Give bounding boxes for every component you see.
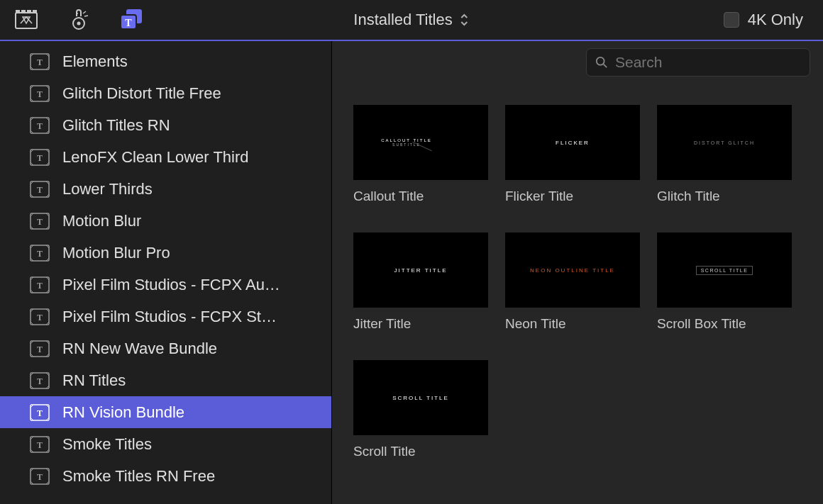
- category-dropdown[interactable]: Installed Titles: [353, 11, 469, 29]
- title-category-icon: T: [30, 245, 50, 262]
- sidebar-item[interactable]: T Glitch Distort Title Free: [0, 77, 331, 109]
- sidebar-item-label: Glitch Titles RN: [62, 116, 170, 135]
- title-thumbnail: JITTER TITLE: [353, 233, 488, 308]
- title-tile[interactable]: CALLOUT TITLE SUBTITLE Callout Title: [353, 105, 488, 204]
- title-thumbnail: NEON OUTLINE TITLE: [505, 233, 640, 308]
- sidebar-item-label: RN Vision Bundle: [62, 403, 184, 422]
- svg-text:T: T: [37, 217, 43, 227]
- search-wrap: [332, 41, 823, 77]
- category-dropdown-label: Installed Titles: [353, 11, 452, 29]
- title-label: Scroll Title: [353, 444, 488, 459]
- title-category-icon: T: [30, 117, 50, 134]
- svg-point-8: [77, 13, 78, 14]
- search-input[interactable]: [615, 54, 801, 71]
- title-thumbnail: FLICKER: [505, 105, 640, 180]
- svg-text:T: T: [37, 249, 43, 259]
- title-category-icon: T: [30, 436, 50, 453]
- titles-browser-tab-icon[interactable]: T: [119, 9, 143, 30]
- sidebar-item-label: RN New Wave Bundle: [62, 340, 217, 358]
- 4k-only-checkbox[interactable]: [724, 12, 739, 28]
- svg-text:T: T: [37, 313, 43, 323]
- title-category-icon: T: [30, 308, 50, 325]
- sidebar-item-label: Motion Blur Pro: [62, 244, 170, 262]
- sidebar: T Elements T Glitch Distort Title Free T…: [0, 41, 332, 504]
- sidebar-item-label: RN Titles: [62, 371, 126, 390]
- svg-text:T: T: [37, 345, 43, 354]
- svg-text:T: T: [37, 472, 43, 482]
- sidebar-item-label: Pixel Film Studios - FCPX St…: [62, 308, 277, 326]
- sidebar-item-label: Smoke Titles RN Free: [62, 467, 215, 486]
- svg-point-96: [597, 57, 604, 65]
- title-tile[interactable]: SCROLL TITLE Scroll Title: [353, 360, 488, 459]
- sidebar-item-label: Elements: [62, 52, 128, 71]
- sidebar-item[interactable]: T RN Titles: [0, 364, 331, 396]
- sidebar-item-label: LenoFX Clean Lower Third: [62, 148, 249, 167]
- content: T Elements T Glitch Distort Title Free T…: [0, 41, 823, 504]
- title-tile[interactable]: SCROLL TITLE Scroll Box Title: [657, 233, 792, 332]
- sidebar-item[interactable]: T Pixel Film Studios - FCPX St…: [0, 301, 331, 332]
- sidebar-item[interactable]: T Pixel Film Studios - FCPX Au…: [0, 269, 331, 301]
- sidebar-item[interactable]: T Glitch Titles RN: [0, 109, 331, 141]
- titles-grid: CALLOUT TITLE SUBTITLE Callout Title FLI…: [332, 77, 823, 459]
- title-category-icon: T: [30, 340, 50, 357]
- svg-text:T: T: [37, 185, 43, 195]
- chevron-updown-icon: [460, 13, 470, 27]
- svg-text:T: T: [37, 440, 43, 450]
- sidebar-item[interactable]: T RN Vision Bundle: [0, 396, 331, 428]
- title-category-icon: T: [30, 181, 50, 198]
- title-thumbnail: SCROLL TITLE: [657, 233, 792, 308]
- topbar: T Installed Titles 4K Only: [0, 0, 823, 41]
- sidebar-item[interactable]: T LenoFX Clean Lower Third: [0, 141, 331, 173]
- title-category-icon: T: [30, 404, 50, 421]
- title-tile[interactable]: FLICKER Flicker Title: [505, 105, 640, 204]
- svg-rect-1: [16, 10, 20, 13]
- svg-text:T: T: [37, 121, 43, 131]
- svg-text:T: T: [37, 89, 43, 99]
- sidebar-item[interactable]: T Motion Blur Pro: [0, 237, 331, 269]
- search-icon: [595, 55, 608, 69]
- svg-text:T: T: [37, 408, 43, 418]
- main-panel: CALLOUT TITLE SUBTITLE Callout Title FLI…: [332, 41, 823, 504]
- title-category-icon: T: [30, 213, 50, 230]
- sidebar-item-label: Glitch Distort Title Free: [62, 84, 221, 103]
- title-category-icon: T: [30, 149, 50, 166]
- svg-text:T: T: [37, 376, 43, 386]
- title-label: Callout Title: [353, 189, 488, 204]
- sidebar-item[interactable]: T Smoke Titles RN Free: [0, 460, 331, 492]
- svg-text:T: T: [37, 57, 43, 67]
- svg-rect-3: [27, 10, 31, 13]
- sidebar-item[interactable]: T Elements: [0, 45, 331, 77]
- svg-rect-4: [33, 10, 37, 13]
- title-tile[interactable]: JITTER TITLE Jitter Title: [353, 233, 488, 332]
- title-tile[interactable]: DISTORT GLITCH Glitch Title: [657, 105, 792, 204]
- title-category-icon: T: [30, 276, 50, 293]
- sidebar-item[interactable]: T Lower Thirds: [0, 173, 331, 205]
- topbar-tabs: T: [0, 9, 143, 30]
- 4k-only-label: 4K Only: [748, 11, 803, 29]
- sidebar-item[interactable]: T Motion Blur: [0, 205, 331, 237]
- audio-browser-tab-icon[interactable]: [67, 9, 91, 30]
- svg-line-97: [604, 65, 607, 68]
- svg-text:T: T: [125, 18, 132, 28]
- title-category-icon: T: [30, 468, 50, 485]
- title-category-icon: T: [30, 53, 50, 70]
- search-field[interactable]: [586, 48, 810, 77]
- sidebar-item-label: Pixel Film Studios - FCPX Au…: [62, 276, 280, 294]
- svg-point-7: [77, 22, 81, 26]
- title-label: Flicker Title: [505, 189, 640, 204]
- topbar-right: 4K Only: [724, 11, 823, 29]
- title-label: Jitter Title: [353, 316, 488, 332]
- svg-rect-0: [16, 13, 37, 28]
- title-label: Scroll Box Title: [657, 316, 792, 332]
- sidebar-item-label: Smoke Titles: [62, 435, 152, 454]
- title-thumbnail: DISTORT GLITCH: [657, 105, 792, 180]
- sidebar-item[interactable]: T RN New Wave Bundle: [0, 332, 331, 364]
- sidebar-item[interactable]: T Smoke Titles: [0, 428, 331, 460]
- title-thumbnail: CALLOUT TITLE SUBTITLE: [353, 105, 488, 180]
- svg-text:T: T: [37, 153, 43, 163]
- title-tile[interactable]: NEON OUTLINE TITLE Neon Title: [505, 233, 640, 332]
- video-browser-tab-icon[interactable]: [14, 9, 38, 30]
- svg-rect-2: [21, 10, 26, 13]
- svg-text:T: T: [37, 281, 43, 291]
- sidebar-item-label: Motion Blur: [62, 212, 141, 230]
